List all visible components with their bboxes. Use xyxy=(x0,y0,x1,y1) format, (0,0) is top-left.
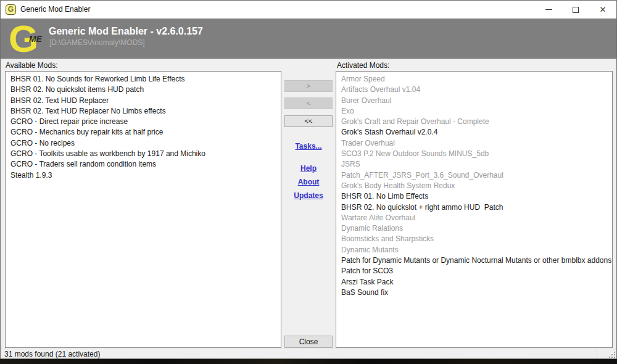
mod-item[interactable]: BHSR 01. No Limb Effects xyxy=(336,191,612,202)
help-link[interactable]: Help xyxy=(284,164,333,173)
updates-link[interactable]: Updates xyxy=(284,191,333,200)
mod-item[interactable]: Grok's Body Health System Redux xyxy=(336,181,612,191)
title-bar: G Generic Mod Enabler ✕ xyxy=(1,1,616,19)
app-window: G Generic Mod Enabler ✕ G ME Generic Mod… xyxy=(0,0,617,359)
mod-item[interactable]: JSRS xyxy=(336,159,612,170)
available-mods-list[interactable]: BHSR 01. No Sounds for Reworked Limb Lif… xyxy=(5,71,281,348)
minimize-icon xyxy=(545,9,552,10)
app-title-version: Generic Mod Enabler - v2.6.0.157 xyxy=(49,26,203,37)
mod-item[interactable]: BHSR 02. Text HUD Replacer No Limbs effe… xyxy=(6,106,281,117)
window-title: Generic Mod Enabler xyxy=(20,5,90,14)
mod-item[interactable]: Dynamic Ralations xyxy=(336,223,612,234)
mod-item[interactable]: SCO3 P.2 New Outdoor Sounds MINUS_5db xyxy=(336,149,612,159)
mod-item[interactable]: BHSR 02. No quickslot + right ammo HUD P… xyxy=(336,202,612,213)
maximize-button[interactable] xyxy=(562,1,589,19)
mod-item[interactable]: Burer Overhaul xyxy=(336,96,612,106)
mod-item[interactable]: BHSR 02. No quickslot items HUD patch xyxy=(6,85,281,95)
deactivate-mod-button[interactable]: < xyxy=(284,97,333,109)
mod-item[interactable]: Patch for Dynamic Mutants or Dynamic Noc… xyxy=(336,255,612,266)
resize-grip-icon[interactable] xyxy=(607,350,615,358)
close-window-button[interactable]: ✕ xyxy=(589,1,616,19)
activated-mods-list[interactable]: Armor SpeedArtifacts Overhaul v1.04Burer… xyxy=(336,71,613,348)
mod-item[interactable]: Stealth 1.9.3 xyxy=(6,170,281,181)
mod-item[interactable]: BaS Sound fix xyxy=(336,287,612,298)
mod-item[interactable]: Arszi Task Pack xyxy=(336,277,612,287)
app-icon: G xyxy=(6,4,16,15)
mod-item[interactable]: Grok's Craft and Repair Overhaul - Compl… xyxy=(336,117,612,127)
mod-item[interactable]: Armor Speed xyxy=(336,74,612,85)
deactivate-all-button[interactable]: << xyxy=(284,115,333,127)
mod-item[interactable]: Patch_AFTER_JSRS_Port_3.6_Sound_Overhaul xyxy=(336,170,612,181)
status-text: 31 mods found (21 activated) xyxy=(4,350,100,358)
tasks-link[interactable]: Tasks... xyxy=(284,142,333,151)
about-link[interactable]: About xyxy=(284,178,333,186)
mod-item[interactable]: BHSR 01. No Sounds for Reworked Limb Lif… xyxy=(6,74,281,85)
gme-logo-icon: G ME xyxy=(9,20,44,56)
mod-item[interactable]: Exo xyxy=(336,106,612,117)
mod-item[interactable]: GCRO - Traders sell random condition ite… xyxy=(6,159,281,170)
mod-item[interactable]: GCRO - No recipes xyxy=(6,138,281,149)
close-icon: ✕ xyxy=(600,6,607,14)
desktop-background-strip xyxy=(0,359,617,364)
mod-item[interactable]: GCRO - Mechanics buy repair kits at half… xyxy=(6,127,281,138)
activated-mods-label: Activated Mods: xyxy=(337,61,389,70)
mod-item[interactable]: Trader Overhual xyxy=(336,138,612,149)
close-button[interactable]: Close xyxy=(284,336,333,348)
mod-item[interactable]: GCRO - Toolkits usable as workbench by 1… xyxy=(6,149,281,159)
available-mods-label: Available Mods: xyxy=(6,61,58,70)
mod-item[interactable]: Grok's Stash Overhaul v2.0.4 xyxy=(336,127,612,138)
mod-item[interactable]: Artifacts Overhaul v1.04 xyxy=(336,85,612,95)
mod-item[interactable]: BHSR 02. Text HUD Replacer xyxy=(6,96,281,106)
minimize-button[interactable] xyxy=(535,1,562,19)
mod-item[interactable]: Warfare Alife Overhaul xyxy=(336,213,612,223)
logo-letters-me: ME xyxy=(29,34,42,44)
mod-item[interactable]: Boomsticks and Sharpsticks xyxy=(336,234,612,244)
mod-item[interactable]: Patch for SCO3 xyxy=(336,266,612,276)
activate-mod-button[interactable]: > xyxy=(284,80,333,92)
status-bar: 31 mods found (21 activated) xyxy=(1,348,616,358)
mod-item[interactable]: GCRO - Direct repair price increase xyxy=(6,117,281,127)
maximize-icon xyxy=(573,7,579,13)
mods-path: [D:\GAMES\Anomaly\MODS] xyxy=(49,38,145,47)
status-divider xyxy=(597,349,597,358)
header-banner: G ME Generic Mod Enabler - v2.6.0.157 [D… xyxy=(1,19,616,59)
mod-item[interactable]: Dynamic Mutants xyxy=(336,245,612,255)
